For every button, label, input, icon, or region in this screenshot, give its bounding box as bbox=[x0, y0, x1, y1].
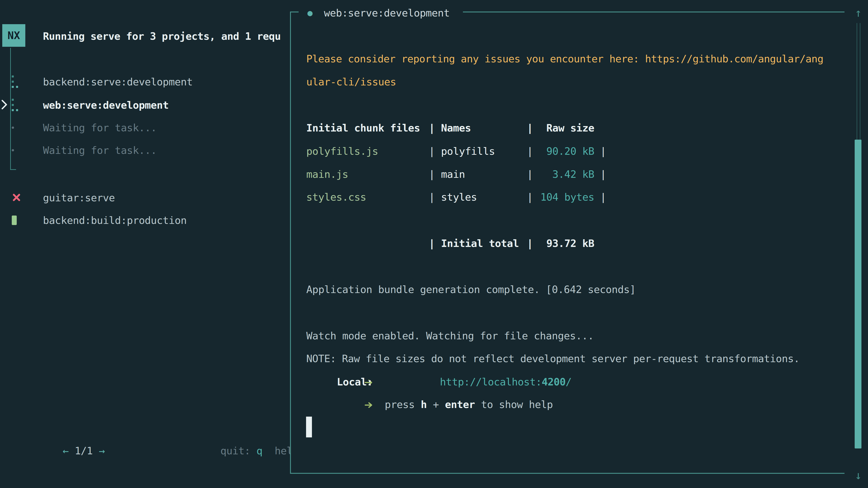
pipe: | bbox=[600, 192, 606, 202]
note-line: NOTE: Raw file sizes do not reflect deve… bbox=[306, 354, 800, 364]
press-word: press bbox=[385, 398, 414, 411]
task-item-waiting-2[interactable]: Waiting for task... bbox=[0, 139, 290, 162]
plus-sign: + bbox=[433, 398, 439, 411]
task-item-guitar-serve[interactable]: guitar:serve bbox=[0, 186, 290, 209]
shortcut-hints: quit:qhelp:? bbox=[173, 435, 290, 466]
task-sidebar: NX Running serve for 3 projects, and 1 r… bbox=[0, 0, 290, 488]
pipe: | bbox=[600, 146, 606, 156]
panel-border-left bbox=[290, 11, 291, 474]
bundle-complete-line: Application bundle generation complete. … bbox=[306, 285, 636, 295]
issue-notice-line1: Please consider reporting any issues you… bbox=[306, 54, 823, 64]
quit-key: q bbox=[256, 445, 262, 457]
local-label: Local: bbox=[337, 377, 373, 387]
key-h: h bbox=[421, 398, 427, 411]
task-item-waiting-1[interactable]: Waiting for task... bbox=[0, 116, 290, 139]
url-port: 4200 bbox=[541, 376, 565, 388]
task-label: Waiting for task... bbox=[43, 145, 157, 156]
task-label: backend:serve:development bbox=[43, 77, 193, 87]
url-prefix: http://localhost: bbox=[440, 376, 541, 388]
terminal-cursor bbox=[306, 417, 312, 437]
chunk-name: main bbox=[441, 169, 465, 180]
chunk-file: main.js bbox=[306, 169, 348, 180]
hint-tail: to show help bbox=[481, 398, 553, 411]
pending-dot-icon bbox=[12, 149, 14, 151]
task-label: guitar:serve bbox=[43, 193, 115, 203]
scrollbar-thumb[interactable] bbox=[855, 140, 862, 449]
col-size-header: Raw size bbox=[526, 123, 594, 133]
scroll-down-arrow-icon[interactable]: ↓ bbox=[850, 469, 866, 482]
scrollbar-track[interactable] bbox=[857, 23, 860, 140]
chunk-file: polyfills.js bbox=[306, 146, 378, 156]
pipe: | bbox=[429, 238, 435, 249]
pipe: | bbox=[429, 169, 435, 180]
panel-title: web:serve:development bbox=[324, 8, 450, 18]
panel-border-top-stub bbox=[290, 11, 299, 12]
sidebar-status-bar: ←1/1→ quit:qhelp:? bbox=[0, 440, 290, 462]
pipe: | bbox=[429, 146, 435, 156]
pager-next-icon[interactable]: → bbox=[99, 445, 105, 457]
total-label: Initial total bbox=[441, 238, 519, 249]
spinner-icon bbox=[12, 75, 19, 88]
pager-prev-icon[interactable]: ← bbox=[63, 445, 69, 457]
task-label: web:serve:development bbox=[43, 100, 168, 110]
press-hint: pressh+enterto show help bbox=[337, 389, 553, 420]
task-label: Waiting for task... bbox=[43, 123, 157, 133]
key-enter: enter bbox=[445, 398, 475, 411]
issue-notice-line2: ular-cli/issues bbox=[306, 77, 396, 87]
task-item-backend-serve[interactable]: backend:serve:development bbox=[0, 70, 290, 93]
chunk-name: styles bbox=[441, 192, 477, 202]
chunk-size: 3.42 kB bbox=[526, 169, 594, 180]
spinner-icon bbox=[12, 99, 19, 111]
url-suffix: / bbox=[565, 376, 572, 388]
pipe: | bbox=[429, 123, 435, 133]
nx-logo: NX bbox=[2, 24, 25, 47]
panel-border-top bbox=[463, 11, 844, 12]
chunk-file: styles.css bbox=[306, 192, 366, 202]
pipe: | bbox=[429, 192, 435, 202]
pipe: | bbox=[600, 169, 606, 180]
col-names-header: Names bbox=[441, 123, 471, 133]
col-files-header: Initial chunk files bbox=[306, 123, 420, 133]
failed-cross-icon bbox=[12, 192, 21, 203]
task-item-web-serve[interactable]: web:serve:development bbox=[0, 94, 290, 116]
success-square-icon bbox=[12, 216, 17, 225]
total-size: 93.72 kB bbox=[526, 238, 594, 249]
scroll-up-arrow-icon[interactable]: ↑ bbox=[850, 6, 866, 20]
pager: ←1/1→ bbox=[15, 435, 105, 466]
sidebar-header: Running serve for 3 projects, and 1 requ bbox=[43, 31, 281, 41]
watch-mode-line: Watch mode enabled. Watching for file ch… bbox=[306, 331, 594, 341]
task-item-backend-build[interactable]: backend:build:production bbox=[0, 209, 290, 232]
pending-dot-icon bbox=[12, 127, 14, 129]
chunk-size: 90.20 kB bbox=[526, 146, 594, 156]
panel-border-bottom bbox=[290, 473, 844, 474]
nx-tui-screen: NX Running serve for 3 projects, and 1 r… bbox=[0, 0, 868, 488]
task-label: backend:build:production bbox=[43, 215, 187, 225]
help-label: help: bbox=[275, 445, 290, 457]
chunk-name: polyfills bbox=[441, 146, 495, 156]
chunk-size: 104 bytes bbox=[526, 192, 594, 202]
pager-label: 1/1 bbox=[74, 445, 92, 457]
task-status-bullet-icon: ● bbox=[307, 8, 312, 17]
quit-label: quit: bbox=[220, 445, 250, 457]
task-group-line-corner bbox=[10, 169, 16, 170]
